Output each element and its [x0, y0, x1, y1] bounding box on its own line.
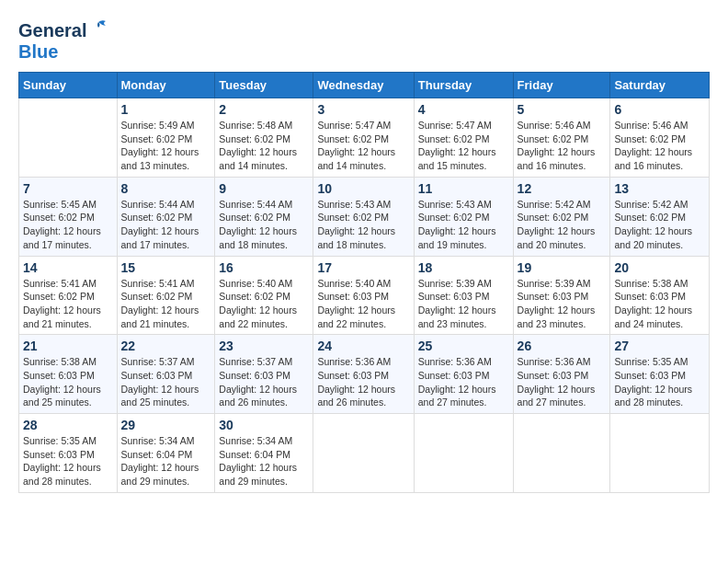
day-number: 20 — [614, 260, 705, 275]
col-header-wednesday: Wednesday — [313, 73, 414, 98]
day-number: 21 — [23, 339, 113, 353]
calendar-cell: 29Sunrise: 5:34 AMSunset: 6:04 PMDayligh… — [117, 414, 215, 493]
day-number: 4 — [418, 102, 509, 117]
calendar-cell: 23Sunrise: 5:37 AMSunset: 6:03 PMDayligh… — [215, 335, 313, 414]
day-number: 12 — [518, 181, 607, 196]
day-number: 22 — [121, 339, 211, 353]
cell-sun-info: Sunrise: 5:42 AMSunset: 6:02 PMDaylight:… — [614, 198, 705, 252]
col-header-thursday: Thursday — [414, 73, 513, 98]
calendar-cell: 19Sunrise: 5:39 AMSunset: 6:03 PMDayligh… — [513, 256, 610, 335]
cell-sun-info: Sunrise: 5:34 AMSunset: 6:04 PMDaylight:… — [121, 434, 211, 488]
day-number: 23 — [219, 339, 309, 353]
cell-sun-info: Sunrise: 5:46 AMSunset: 6:02 PMDaylight:… — [518, 119, 607, 173]
cell-sun-info: Sunrise: 5:45 AMSunset: 6:02 PMDaylight:… — [23, 198, 113, 252]
col-header-monday: Monday — [117, 73, 215, 98]
day-number: 16 — [219, 260, 309, 275]
calendar-cell: 5Sunrise: 5:46 AMSunset: 6:02 PMDaylight… — [513, 98, 610, 178]
calendar-cell: 6Sunrise: 5:46 AMSunset: 6:02 PMDaylight… — [610, 98, 710, 178]
day-number: 5 — [518, 102, 607, 117]
calendar-cell — [414, 414, 513, 493]
day-number: 27 — [614, 339, 705, 353]
header-row: SundayMondayTuesdayWednesdayThursdayFrid… — [19, 73, 710, 98]
cell-sun-info: Sunrise: 5:43 AMSunset: 6:02 PMDaylight:… — [317, 198, 409, 252]
day-number: 11 — [418, 181, 509, 196]
calendar-cell: 10Sunrise: 5:43 AMSunset: 6:02 PMDayligh… — [313, 177, 414, 256]
calendar-cell: 15Sunrise: 5:41 AMSunset: 6:02 PMDayligh… — [117, 256, 215, 335]
cell-sun-info: Sunrise: 5:40 AMSunset: 6:02 PMDaylight:… — [219, 277, 309, 331]
day-number: 18 — [418, 260, 509, 275]
calendar-cell: 17Sunrise: 5:40 AMSunset: 6:03 PMDayligh… — [313, 256, 414, 335]
week-row-2: 7Sunrise: 5:45 AMSunset: 6:02 PMDaylight… — [19, 177, 710, 256]
calendar-cell — [19, 98, 118, 178]
day-number: 29 — [121, 418, 211, 432]
calendar-cell: 1Sunrise: 5:49 AMSunset: 6:02 PMDaylight… — [117, 98, 215, 178]
cell-sun-info: Sunrise: 5:36 AMSunset: 6:03 PMDaylight:… — [418, 355, 509, 409]
cell-sun-info: Sunrise: 5:35 AMSunset: 6:03 PMDaylight:… — [23, 434, 113, 488]
day-number: 15 — [121, 260, 211, 275]
cell-sun-info: Sunrise: 5:38 AMSunset: 6:03 PMDaylight:… — [23, 355, 113, 409]
calendar-cell: 18Sunrise: 5:39 AMSunset: 6:03 PMDayligh… — [414, 256, 513, 335]
calendar-cell: 3Sunrise: 5:47 AMSunset: 6:02 PMDaylight… — [313, 98, 414, 178]
calendar-cell: 27Sunrise: 5:35 AMSunset: 6:03 PMDayligh… — [610, 335, 710, 414]
calendar-cell: 22Sunrise: 5:37 AMSunset: 6:03 PMDayligh… — [117, 335, 215, 414]
calendar-cell — [313, 414, 414, 493]
calendar-cell — [610, 414, 710, 493]
day-number: 8 — [121, 181, 211, 196]
day-number: 14 — [23, 260, 113, 275]
day-number: 2 — [219, 102, 309, 117]
cell-sun-info: Sunrise: 5:37 AMSunset: 6:03 PMDaylight:… — [219, 355, 309, 409]
cell-sun-info: Sunrise: 5:37 AMSunset: 6:03 PMDaylight:… — [121, 355, 211, 409]
day-number: 9 — [219, 181, 309, 196]
day-number: 6 — [614, 102, 705, 117]
cell-sun-info: Sunrise: 5:44 AMSunset: 6:02 PMDaylight:… — [121, 198, 211, 252]
day-number: 3 — [317, 102, 409, 117]
calendar-table: SundayMondayTuesdayWednesdayThursdayFrid… — [18, 72, 710, 493]
day-number: 25 — [418, 339, 509, 353]
col-header-sunday: Sunday — [19, 73, 118, 98]
cell-sun-info: Sunrise: 5:41 AMSunset: 6:02 PMDaylight:… — [23, 277, 113, 331]
header: General Blue — [18, 18, 710, 63]
day-number: 26 — [518, 339, 607, 353]
day-number: 24 — [317, 339, 409, 353]
calendar-cell: 20Sunrise: 5:38 AMSunset: 6:03 PMDayligh… — [610, 256, 710, 335]
week-row-5: 28Sunrise: 5:35 AMSunset: 6:03 PMDayligh… — [19, 414, 710, 493]
calendar-cell — [513, 414, 610, 493]
col-header-friday: Friday — [513, 73, 610, 98]
week-row-4: 21Sunrise: 5:38 AMSunset: 6:03 PMDayligh… — [19, 335, 710, 414]
calendar-cell: 9Sunrise: 5:44 AMSunset: 6:02 PMDaylight… — [215, 177, 313, 256]
calendar-cell: 21Sunrise: 5:38 AMSunset: 6:03 PMDayligh… — [19, 335, 118, 414]
day-number: 7 — [23, 181, 113, 196]
calendar-cell: 7Sunrise: 5:45 AMSunset: 6:02 PMDaylight… — [19, 177, 118, 256]
week-row-1: 1Sunrise: 5:49 AMSunset: 6:02 PMDaylight… — [19, 98, 710, 178]
calendar-cell: 28Sunrise: 5:35 AMSunset: 6:03 PMDayligh… — [19, 414, 118, 493]
cell-sun-info: Sunrise: 5:47 AMSunset: 6:02 PMDaylight:… — [418, 119, 509, 173]
cell-sun-info: Sunrise: 5:36 AMSunset: 6:03 PMDaylight:… — [518, 355, 607, 409]
day-number: 30 — [219, 418, 309, 432]
col-header-saturday: Saturday — [610, 73, 710, 98]
day-number: 17 — [317, 260, 409, 275]
logo-general: General — [18, 21, 86, 40]
calendar-cell: 30Sunrise: 5:34 AMSunset: 6:04 PMDayligh… — [215, 414, 313, 493]
cell-sun-info: Sunrise: 5:43 AMSunset: 6:02 PMDaylight:… — [418, 198, 509, 252]
calendar-cell: 24Sunrise: 5:36 AMSunset: 6:03 PMDayligh… — [313, 335, 414, 414]
cell-sun-info: Sunrise: 5:36 AMSunset: 6:03 PMDaylight:… — [317, 355, 409, 409]
cell-sun-info: Sunrise: 5:39 AMSunset: 6:03 PMDaylight:… — [418, 277, 509, 331]
day-number: 1 — [121, 102, 211, 117]
cell-sun-info: Sunrise: 5:46 AMSunset: 6:02 PMDaylight:… — [614, 119, 705, 173]
calendar-cell: 8Sunrise: 5:44 AMSunset: 6:02 PMDaylight… — [117, 177, 215, 256]
day-number: 28 — [23, 418, 113, 432]
cell-sun-info: Sunrise: 5:44 AMSunset: 6:02 PMDaylight:… — [219, 198, 309, 252]
calendar-cell: 13Sunrise: 5:42 AMSunset: 6:02 PMDayligh… — [610, 177, 710, 256]
cell-sun-info: Sunrise: 5:40 AMSunset: 6:03 PMDaylight:… — [317, 277, 409, 331]
day-number: 13 — [614, 181, 705, 196]
day-number: 10 — [317, 181, 409, 196]
cell-sun-info: Sunrise: 5:42 AMSunset: 6:02 PMDaylight:… — [518, 198, 607, 252]
calendar-cell: 25Sunrise: 5:36 AMSunset: 6:03 PMDayligh… — [414, 335, 513, 414]
logo-bird-icon — [89, 18, 109, 41]
day-number: 19 — [518, 260, 607, 275]
cell-sun-info: Sunrise: 5:39 AMSunset: 6:03 PMDaylight:… — [518, 277, 607, 331]
week-row-3: 14Sunrise: 5:41 AMSunset: 6:02 PMDayligh… — [19, 256, 710, 335]
cell-sun-info: Sunrise: 5:35 AMSunset: 6:03 PMDaylight:… — [614, 355, 705, 409]
calendar-cell: 14Sunrise: 5:41 AMSunset: 6:02 PMDayligh… — [19, 256, 118, 335]
calendar-cell: 4Sunrise: 5:47 AMSunset: 6:02 PMDaylight… — [414, 98, 513, 178]
